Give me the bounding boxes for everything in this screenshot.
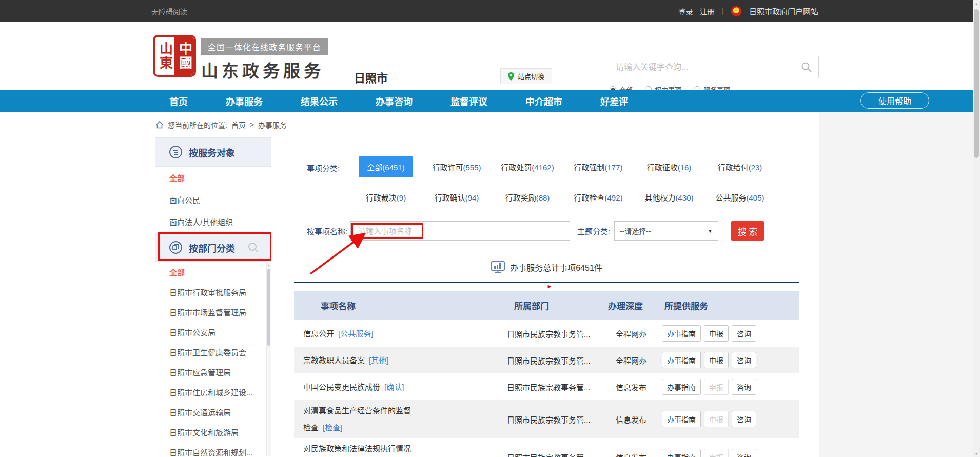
scroll-thumb[interactable] (974, 9, 979, 158)
consult-button[interactable]: 咨询 (732, 379, 756, 395)
guide-button[interactable]: 办事指南 (662, 352, 701, 368)
consult-button[interactable]: 咨询 (732, 411, 756, 427)
dept-item-approval-bureau[interactable]: 日照市行政审批服务局 (155, 282, 271, 302)
nav-item-agency-market[interactable]: 中介超市 (525, 94, 562, 108)
brand-block: 全国一体化在线政务服务平台 山东政务服务 (201, 38, 328, 82)
sidebar-item-legal-person[interactable]: 面向法人/其他组织 (155, 211, 271, 233)
category-levy[interactable]: 行政征收(16) (645, 156, 694, 177)
nav-item-home[interactable]: 首页 (169, 94, 188, 108)
dept-item-natural-resources[interactable]: 日照市自然资源和规划... (155, 442, 271, 456)
category-all[interactable]: 全部(6451) (359, 156, 413, 177)
category-public-service[interactable]: 公共服务(405) (713, 187, 766, 208)
table-header: 事项名称 所属部门 办理深度 所提供服务 (294, 291, 799, 320)
category-coercion[interactable]: 行政强制(177) (572, 156, 624, 177)
item-department: 日照市民族宗教事务管... (498, 328, 605, 339)
chevron-down-icon: ▼ (708, 228, 713, 234)
sidebar-item-citizen[interactable]: 面向公民 (155, 189, 271, 211)
category-reward[interactable]: 行政奖励(88) (503, 187, 552, 208)
category-inspection[interactable]: 行政检查(492) (572, 187, 624, 208)
nav-item-rating[interactable]: 好差评 (600, 94, 628, 108)
table-row: 中国公民变更民族成份[确认] 日照市民族宗教事务管... 信息发布 办事指南 申… (294, 373, 799, 400)
item-name-link[interactable]: 信息公开 (303, 329, 334, 338)
home-icon (155, 121, 164, 129)
sidebar-scroll-up-icon[interactable]: ▲ (267, 262, 271, 268)
dept-item-emergency-mgmt[interactable]: 日照市应急管理局 (155, 362, 271, 382)
item-tag-link[interactable]: [确认] (384, 383, 404, 391)
item-name-link[interactable]: 中国公民变更民族成份 (303, 383, 380, 391)
consult-button[interactable]: 咨询 (732, 352, 756, 368)
site-header: 山東 中國 全国一体化在线政务服务平台 山东政务服务 日照市 站点切换 全部 权… (0, 22, 980, 90)
stats-total-text: 办事服务总计事项6451件 (510, 261, 602, 273)
item-tag-link[interactable]: [检查] (323, 423, 342, 432)
nav-item-supervision[interactable]: 监督评议 (450, 94, 487, 108)
sidebar-scrollbar[interactable]: ▲ (266, 262, 271, 456)
dept-item-all[interactable]: 全部 (155, 262, 271, 282)
col-depth: 办理深度 (605, 299, 659, 312)
guide-button[interactable]: 办事指南 (662, 449, 701, 457)
category-adjudication[interactable]: 行政裁决(9) (364, 187, 408, 208)
item-search-button[interactable]: 搜 索 (731, 221, 764, 241)
main-nav: 首页 办事服务 结果公示 办事咨询 监督评议 中介超市 好差评 使用帮助 (0, 90, 980, 112)
platform-badge: 全国一体化在线政务服务平台 (201, 38, 328, 55)
item-tag-link[interactable]: [公共服务] (338, 329, 373, 338)
portal-site-link[interactable]: 日照市政府门户网站 (749, 6, 818, 16)
category-license[interactable]: 行政许可(555) (430, 156, 483, 177)
item-depth: 信息发布 (605, 414, 659, 425)
department-search-icon[interactable] (247, 242, 260, 254)
help-button[interactable]: 使用帮助 (860, 92, 929, 109)
sidebar-item-target-all[interactable]: 全部 (155, 167, 271, 189)
item-name-link[interactable]: 宗教教职人员备案 (303, 356, 365, 365)
register-link[interactable]: 注册 (700, 6, 714, 16)
guide-button[interactable]: 办事指南 (662, 411, 701, 427)
consult-button[interactable]: 咨询 (732, 449, 756, 457)
item-depth: 信息发布 (605, 452, 659, 457)
guide-button[interactable]: 办事指南 (662, 325, 701, 342)
login-link[interactable]: 登录 (678, 6, 693, 16)
dept-item-health-commission[interactable]: 日照市卫生健康委员会 (155, 342, 271, 362)
breadcrumb-current[interactable]: 办事服务 (258, 120, 287, 130)
dept-item-public-security[interactable]: 日照市公安局 (155, 322, 271, 342)
item-name-link[interactable]: 对清真食品生产经营条件的监督检查 (303, 406, 411, 432)
item-name-link[interactable]: 对民族政策和法律法规执行情况的监督检查 (303, 444, 411, 457)
category-confirmation[interactable]: 行政确认(94) (433, 187, 481, 208)
topic-select[interactable]: --请选择-- ▼ (614, 221, 718, 241)
topic-label: 主题分类: (577, 226, 614, 236)
guide-button[interactable]: 办事指南 (662, 379, 701, 395)
topbar-divider: | (721, 7, 723, 15)
apply-button-disabled: 申报 (704, 449, 729, 457)
top-utility-bar: 无障碍阅读 登录 注册 | 日照市政府门户网站 (0, 0, 980, 22)
dept-item-housing-construction[interactable]: 日照市住房和城乡建设... (155, 382, 271, 402)
item-name-label: 按事项名称: (307, 226, 350, 236)
search-submit-button[interactable] (795, 56, 818, 78)
apply-button[interactable]: 申报 (704, 325, 729, 342)
item-department: 日照市民族宗教事务管... (498, 414, 605, 425)
dept-item-market-regulation[interactable]: 日照市市场监督管理局 (155, 302, 271, 322)
dept-item-culture-tourism[interactable]: 日照市文化和旅游局 (155, 422, 271, 442)
scroll-up-icon[interactable]: ▲ (973, 0, 980, 7)
accessibility-link[interactable]: 无障碍阅读 (151, 6, 187, 16)
location-pin-icon (508, 72, 514, 81)
dept-item-transport[interactable]: 日照市交通运输局 (155, 402, 271, 422)
col-services: 所提供服务 (659, 299, 799, 312)
category-other-power[interactable]: 其他权力(430) (642, 187, 695, 208)
site-switch-button[interactable]: 站点切换 (500, 68, 552, 84)
scroll-down-icon[interactable]: ▼ (973, 450, 980, 457)
department-title: 按部门分类 (189, 241, 235, 254)
page-scrollbar[interactable]: ▲ ▼ (973, 0, 980, 457)
consult-button[interactable]: 咨询 (732, 325, 756, 342)
nav-item-results[interactable]: 结果公示 (301, 94, 338, 108)
nav-item-services[interactable]: 办事服务 (226, 94, 263, 108)
item-tag-link[interactable]: [其他] (369, 356, 388, 365)
apply-button[interactable]: 申报 (704, 352, 729, 368)
item-name-input[interactable] (350, 221, 570, 241)
monitor-chart-icon (491, 261, 505, 273)
breadcrumb-home-link[interactable]: 首页 (231, 120, 246, 130)
keyword-search-input[interactable] (607, 56, 795, 78)
category-penalty[interactable]: 行政处罚(4162) (499, 156, 556, 177)
table-row: 对民族政策和法律法规执行情况的监督检查[检查] 日照市民族宗教事务管... 信息… (294, 438, 799, 457)
nav-item-consult[interactable]: 办事咨询 (376, 94, 413, 108)
sidebar-scroll-thumb[interactable] (267, 269, 270, 346)
page-right-gutter (819, 112, 973, 457)
category-payment[interactable]: 行政给付(23) (716, 156, 765, 177)
department-list: 全部 日照市行政审批服务局 日照市市场监督管理局 日照市公安局 日照市卫生健康委… (155, 262, 271, 456)
